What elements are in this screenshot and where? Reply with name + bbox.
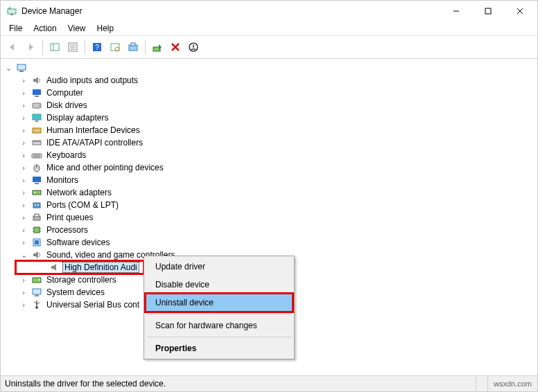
properties-button[interactable] [64, 39, 81, 55]
ctx-separator [147, 337, 291, 337]
cpu-icon [31, 224, 42, 235]
expand-icon[interactable]: › [19, 114, 28, 122]
tree-item-label: Storage controllers [45, 275, 118, 285]
expand-icon[interactable]: › [19, 151, 28, 159]
enable-button[interactable] [149, 39, 166, 55]
maximize-button[interactable] [472, 1, 504, 21]
tree-item-label: Monitors [45, 175, 80, 185]
tree-item-keyboards[interactable]: › Keyboards [3, 149, 537, 161]
tree-item-ports[interactable]: › Ports (COM & LPT) [3, 199, 537, 211]
monitor-icon [31, 87, 42, 98]
svg-rect-46 [34, 227, 40, 233]
tree-root[interactable]: ⌄ [3, 62, 537, 74]
tree-item-label: Keyboards [45, 150, 87, 160]
expand-icon[interactable]: › [19, 301, 28, 309]
collapse-icon[interactable]: ⌄ [3, 64, 13, 73]
svg-rect-0 [8, 9, 16, 14]
svg-rect-32 [32, 154, 42, 158]
tree-item-label: Disk drives [45, 100, 89, 110]
svg-rect-4 [485, 8, 491, 14]
menu-help[interactable]: Help [92, 22, 120, 35]
expand-icon[interactable]: › [19, 201, 28, 209]
speaker-icon [31, 75, 42, 86]
forward-button[interactable] [22, 39, 39, 55]
uninstall-button[interactable] [167, 39, 184, 55]
help-button[interactable]: ? [89, 39, 105, 55]
ctx-scan-hardware[interactable]: Scan for hardware changes [146, 317, 293, 335]
network-icon [31, 187, 42, 198]
tree-item-print[interactable]: › Print queues [3, 211, 537, 224]
device-manager-window: Device Manager File Action View Help ? ⌄ [0, 0, 538, 392]
close-button[interactable] [504, 1, 536, 21]
expand-icon[interactable]: › [19, 213, 28, 222]
tree-item-label: Universal Serial Bus cont [45, 300, 141, 310]
expand-icon[interactable]: › [19, 89, 28, 97]
tree-item-monitors[interactable]: › Monitors [3, 174, 537, 186]
tree-item-display[interactable]: › Display adapters [3, 112, 537, 124]
tree-item-hid[interactable]: › Human Interface Devices [3, 124, 537, 136]
menu-view[interactable]: View [62, 22, 92, 35]
device-tree[interactable]: ⌄ › Audio inputs and outputs › Computer … [1, 59, 537, 375]
tree-item-label: System devices [45, 287, 106, 297]
tree-item-label: Human Interface Devices [45, 125, 141, 135]
computer-icon [16, 62, 27, 73]
expand-icon[interactable]: › [19, 176, 28, 184]
mouse-icon [31, 162, 42, 173]
menu-action[interactable]: Action [28, 22, 62, 35]
monitor-icon [31, 175, 42, 186]
tree-item-audio[interactable]: › Audio inputs and outputs [3, 74, 537, 87]
tree-item-processors[interactable]: › Processors [3, 224, 537, 236]
minimize-button[interactable] [440, 1, 472, 21]
svg-rect-56 [35, 295, 39, 296]
ctx-properties[interactable]: Properties [146, 339, 293, 357]
ctx-uninstall-device[interactable]: Uninstall device [146, 294, 293, 312]
show-hide-tree-button[interactable] [46, 39, 63, 55]
ctx-disable-device[interactable]: Disable device [146, 276, 293, 294]
tree-item-label: Network adapters [45, 188, 113, 197]
expand-icon[interactable]: › [19, 163, 28, 172]
expand-icon[interactable]: › [19, 226, 28, 234]
scan-button[interactable] [107, 39, 123, 55]
tree-item-hd-audio[interactable]: High Definition Audi [16, 261, 144, 274]
svg-text:?: ? [95, 44, 99, 51]
statusbar: Uninstalls the driver for the selected d… [1, 375, 537, 391]
expand-icon[interactable]: › [19, 276, 28, 284]
menu-file[interactable]: File [3, 22, 28, 35]
collapse-icon[interactable]: ⌄ [19, 251, 28, 260]
tree-item-mice[interactable]: › Mice and other pointing devices [3, 161, 537, 174]
tree-item-network[interactable]: › Network adapters [3, 186, 537, 199]
expand-icon[interactable]: › [19, 101, 28, 109]
tree-item-software[interactable]: › Software devices [3, 236, 537, 249]
tree-item-disk[interactable]: › Disk drives [3, 99, 537, 112]
tree-item-label: IDE ATA/ATAPI controllers [45, 138, 144, 148]
tree-item-label: Software devices [45, 238, 111, 247]
menubar: File Action View Help [1, 21, 537, 36]
svg-rect-28 [35, 121, 38, 122]
svg-point-54 [39, 279, 40, 280]
disable-button[interactable] [185, 39, 202, 55]
port-icon [31, 199, 42, 211]
expand-icon[interactable]: › [19, 126, 28, 134]
speaker-icon [31, 249, 42, 260]
tree-item-ide[interactable]: › IDE ATA/ATAPI controllers [3, 136, 537, 149]
svg-rect-24 [35, 96, 39, 97]
printer-icon [31, 212, 42, 223]
svg-rect-31 [33, 141, 40, 142]
svg-rect-38 [35, 183, 39, 184]
expand-icon[interactable]: › [19, 76, 28, 84]
storage-icon [31, 274, 42, 285]
expand-icon[interactable]: › [19, 238, 28, 247]
window-title: Device Manager [21, 6, 82, 16]
svg-rect-18 [131, 43, 135, 46]
expand-icon[interactable]: › [19, 188, 28, 197]
back-button[interactable] [4, 39, 21, 55]
svg-rect-23 [33, 89, 41, 95]
update-driver-button[interactable] [125, 39, 141, 55]
disk-icon [31, 100, 42, 111]
tree-item-computer[interactable]: › Computer [3, 87, 537, 99]
status-cell-empty [476, 376, 487, 391]
ctx-update-driver[interactable]: Update driver [146, 258, 293, 276]
expand-icon[interactable]: › [19, 139, 28, 147]
expand-icon[interactable]: › [19, 288, 28, 296]
svg-point-43 [37, 204, 39, 206]
